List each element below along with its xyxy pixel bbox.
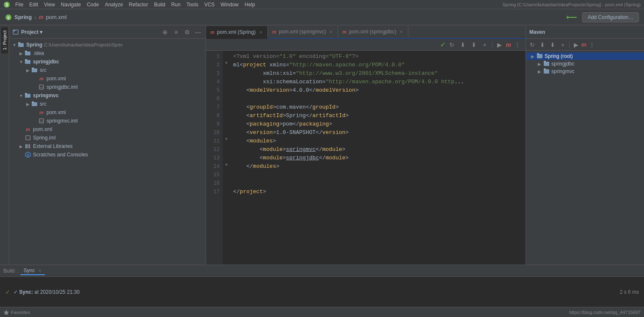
springjdbc-folder-icon [25,58,31,65]
tab-close-2[interactable]: ✕ [328,29,333,35]
svg-rect-19 [32,102,37,106]
tree-spring-iml[interactable]: Spring.iml [9,134,206,142]
springmvc-iml-icon: iml [38,118,45,124]
maven-run-button[interactable]: ▶ [571,40,581,49]
minimize-button[interactable]: — [194,28,202,36]
status-url[interactable]: https://blog.csdn.net/qq_44715697 [569,310,641,315]
menu-window[interactable]: Window [218,1,241,8]
download-sources-button[interactable]: ⬇ [469,40,479,49]
maven-item-springmvc[interactable]: ▶ springmvc [526,68,644,75]
menu-code[interactable]: Code [84,1,102,8]
maven-add-button[interactable]: + [558,40,567,49]
status-right: https://blog.csdn.net/qq_44715697 [569,310,641,315]
tree-springjdbc-iml[interactable]: iml springjdbc.iml [9,83,206,91]
tree-arrow-springjdbc-src: ▶ [25,68,31,73]
tree-arrow-springmvc: ▼ [18,93,25,98]
tab-close-1[interactable]: ✕ [258,30,263,35]
tree-idea[interactable]: ▶ .idea [9,49,206,57]
locate-file-button[interactable]: ⊕ [161,28,169,36]
svg-marker-35 [4,310,9,315]
code-line-13: <module>springjdbc</module> [233,154,522,162]
tree-root-spring[interactable]: ▼ Spring C:\Users\liuhaotian\IdeaProject… [9,41,206,49]
root-pom-label: pom.xml [33,126,52,132]
menu-view[interactable]: View [41,1,58,8]
maven-item-springjdbc[interactable]: ▶ springjdbc [526,60,644,68]
maven-arrow-springmvc: ▶ [538,69,544,74]
navigate-icon[interactable]: ⟵ [566,13,577,22]
tab-sync[interactable]: Sync ✕ [20,267,45,275]
svg-rect-18 [25,93,27,94]
breadcrumb: S Spring › m pom.xml [5,14,566,21]
menu-help[interactable]: Help [242,1,258,8]
menu-refactor[interactable]: Refactor [127,1,151,8]
tree-springmvc-pom[interactable]: m pom.xml [9,108,206,117]
code-content-area[interactable]: <?xml version="1.0" encoding="UTF-8"?> m… [230,51,526,265]
maven-folder-icon [537,53,543,59]
tab-pom-springmvc[interactable]: m pom.xml (springmvc) ✕ [268,25,338,38]
maven-download-button[interactable]: ⬇ [538,40,547,49]
menu-bar: S File Edit View Navigate Code Analyze R… [0,0,644,9]
tab-pom-spring[interactable]: m pom.xml (Spring) ✕ [206,26,268,39]
tree-springmvc-iml[interactable]: iml springmvc.iml [9,117,206,125]
code-line-7: <groupId>com.maven</groupId> [233,103,522,112]
tab-project-vertical[interactable]: 1: Project [1,27,8,53]
tab-close-3[interactable]: ✕ [399,29,404,35]
add-configuration-button[interactable]: Add Configuration… [582,12,639,22]
tree-springjdbc-src[interactable]: ▶ src [9,66,206,74]
tree-springjdbc[interactable]: ▼ springjdbc [9,57,206,66]
favorites-label[interactable]: Favorites [11,310,30,315]
spring-logo-small: S [5,14,12,21]
menu-navigate[interactable]: Navigate [58,1,83,8]
tree-root-pom[interactable]: m pom.xml [9,125,206,134]
springmvc-src-folder-icon [31,101,38,107]
download-deps-button[interactable]: ⬇ [458,40,468,49]
breadcrumb-filename[interactable]: pom.xml [46,14,67,20]
breadcrumb-project[interactable]: Spring [14,14,32,20]
menu-tools[interactable]: Tools [184,1,201,8]
checkmark-icon[interactable]: ✓ [440,41,446,49]
run-maven-button[interactable]: ▶ [495,40,504,49]
sync-tab-close[interactable]: ✕ [38,268,41,273]
add-maven-button[interactable]: + [480,40,490,49]
file-type-icon: m [39,14,44,20]
menu-build[interactable]: Build [151,1,168,8]
menu-analyze[interactable]: Analyze [102,1,126,8]
maven-download-docs-button[interactable]: ⬇ [548,40,557,49]
sync-status-text: ✓ Sync: at 2020/10/25 21:30 [14,289,80,295]
tab-label-1: pom.xml (Spring) [217,29,256,35]
code-line-11: <modules> [233,137,522,145]
tree-springmvc[interactable]: ▼ springmvc [9,91,206,100]
code-editor[interactable]: 12345 678910 1112131415 1617 ▼ ▼ [206,51,526,265]
code-line-14: </modules> [233,162,522,171]
reload-maven-button[interactable]: ↻ [447,40,457,49]
tab-maven-icon-2: m [272,29,276,34]
maven-arrow-springjdbc: ▶ [538,62,544,66]
bottom-panel: Build : Sync ✕ ✓ ✓ Sync: at 2020/10/25 2… [0,265,644,307]
menu-edit[interactable]: Edit [27,1,41,8]
maven-m-label: m [581,41,586,48]
menu-vcs[interactable]: VCS [202,1,217,8]
maven-m-icon: m [506,41,511,48]
menu-run[interactable]: Run [169,1,183,8]
settings-button[interactable]: ⚙ [183,28,191,36]
tree-scratches[interactable]: S Scratches and Consoles [9,150,206,159]
more-options-button[interactable]: ⋮ [513,40,522,49]
svg-rect-23 [26,136,30,140]
tree-arrow-idea: ▶ [18,51,25,56]
sync-tab-label: Sync [24,268,35,273]
code-line-6 [233,95,522,103]
svg-text:iml: iml [40,120,43,123]
menu-file[interactable]: File [13,1,26,8]
scroll-from-source-button[interactable]: ≡ [172,28,180,36]
tree-springjdbc-pom[interactable]: m pom.xml [9,74,206,83]
tree-external-libs[interactable]: ▶ External Libraries [9,142,206,150]
maven-toolbar-sep [569,41,570,48]
root-pom-icon: m [25,126,31,133]
maven-item-spring-root[interactable]: ▶ Spring (root) [526,52,644,60]
maven-more-button[interactable]: ⋮ [587,40,597,49]
svg-text:S: S [7,16,10,20]
tab-pom-springjdbc[interactable]: m pom.xml (springjdbc) ✕ [338,25,408,38]
maven-reload-button[interactable]: ↻ [528,40,537,49]
tab-maven-icon-3: m [342,29,347,34]
tree-springmvc-src[interactable]: ▶ src [9,100,206,108]
